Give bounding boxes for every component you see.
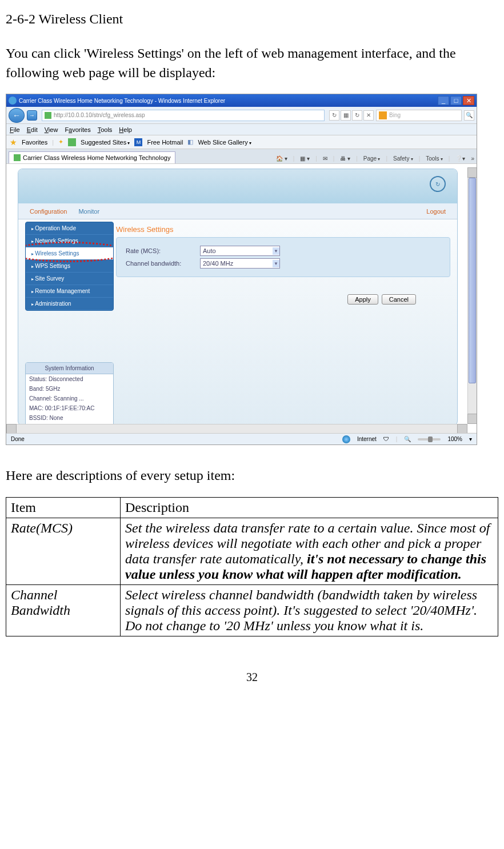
cancel-button[interactable]: Cancel	[382, 294, 416, 305]
page-menu[interactable]: Page	[363, 155, 381, 162]
favorites-star-icon[interactable]: ★	[10, 138, 17, 147]
internet-zone-icon	[342, 435, 350, 443]
status-done: Done	[11, 436, 25, 442]
tab-title: Carrier Class Wireless Home Networking T…	[23, 154, 170, 161]
slice-icon: ◧	[187, 138, 193, 146]
menu-tools[interactable]: Tools	[98, 126, 113, 133]
td-rate-item: Rate(MCS)	[6, 518, 121, 585]
hotmail-icon: M	[134, 138, 142, 146]
zoom-dropdown[interactable]: ▾	[469, 436, 472, 442]
minimize-button[interactable]: _	[438, 96, 449, 105]
menu-remote-management[interactable]: Remote Management	[26, 285, 113, 298]
app-nav-tabs: Configuration Monitor Logout	[18, 203, 457, 219]
menu-favorites[interactable]: Favorites	[65, 126, 90, 133]
free-hotmail[interactable]: Free Hotmail	[147, 139, 183, 146]
tab-monitor[interactable]: Monitor	[78, 208, 99, 215]
description-intro: Here are descriptions of every setup ite…	[6, 468, 498, 483]
sysinfo-mac: MAC: 00:1F:1F:EE:70:AC	[26, 403, 113, 413]
menu-wireless-settings[interactable]: Wireless Settings	[26, 247, 113, 260]
stop-button[interactable]: ✕	[363, 110, 374, 121]
banner: ↻	[18, 169, 457, 203]
zoom-label[interactable]: 100%	[447, 436, 462, 442]
logout-link[interactable]: Logout	[426, 208, 446, 215]
page-number: 32	[6, 671, 498, 684]
forward-button[interactable]: →	[27, 110, 37, 121]
bing-icon	[379, 111, 387, 119]
favorites-label[interactable]: Favorites	[22, 139, 47, 146]
scrollbar-thumb[interactable]	[469, 178, 476, 383]
main-panel: Wireless Settings Rate (MCS): Auto Chann…	[116, 222, 450, 426]
menu-administration[interactable]: Administration	[26, 298, 113, 310]
wireless-settings-header: Wireless Settings	[116, 222, 450, 237]
go-button[interactable]: ↻	[329, 110, 339, 121]
print-icon[interactable]: 🖶 ▾	[340, 155, 350, 162]
rate-label: Rate (MCS):	[126, 247, 200, 254]
window-title: Carrier Class Wireless Home Networking T…	[19, 98, 225, 104]
vertical-scrollbar[interactable]	[467, 167, 477, 424]
intro-paragraph: You can click 'Wireless Settings' on the…	[6, 44, 498, 82]
compat-button[interactable]: ▦	[341, 110, 351, 121]
rate-select[interactable]: Auto	[200, 246, 280, 256]
apply-button[interactable]: Apply	[347, 294, 378, 305]
section-title: 2-6-2 Wireless Client	[6, 11, 498, 27]
status-zone: Internet	[357, 436, 377, 442]
site-favicon	[45, 112, 51, 119]
zoom-icon[interactable]: 🔍	[404, 436, 411, 442]
maximize-button[interactable]: □	[450, 96, 462, 105]
feed-icon[interactable]: ▦ ▾	[300, 155, 310, 162]
banner-refresh-icon[interactable]: ↻	[430, 176, 446, 192]
browser-menubar: File Edit View Favorites Tools Help	[6, 124, 477, 135]
menu-help[interactable]: Help	[119, 126, 132, 133]
tab-row: Carrier Class Wireless Home Networking T…	[6, 149, 477, 164]
home-icon[interactable]: 🏠 ▾	[276, 155, 287, 162]
sysinfo-band: Band: 5GHz	[26, 384, 113, 394]
th-item: Item	[6, 498, 121, 518]
menu-wps-settings[interactable]: WPS Settings	[26, 260, 113, 273]
menu-view[interactable]: View	[45, 126, 58, 133]
search-button[interactable]: 🔍	[464, 110, 474, 121]
menu-edit[interactable]: Edit	[27, 126, 38, 133]
browser-screenshot: Carrier Class Wireless Home Networking T…	[6, 94, 477, 445]
ie-icon	[9, 97, 17, 105]
tools-menu[interactable]: Tools	[426, 155, 443, 162]
url-text: http://10.0.0.10/stn/cfg_wireless.asp	[54, 112, 145, 118]
bandwidth-label: Channel bandwidth:	[126, 260, 200, 267]
expand-icon[interactable]: »	[471, 155, 474, 162]
sidebar-menu: Operation Mode Network Settings Wireless…	[25, 222, 114, 311]
status-bar: Done Internet 🛡 | 🔍 100% ▾	[6, 433, 477, 444]
safety-menu[interactable]: Safety	[393, 155, 413, 162]
system-info-box: System Information Status: Disconnected …	[25, 362, 114, 426]
router-ui-panel: ↻ Configuration Monitor Logout Operation…	[18, 169, 458, 426]
menu-network-settings[interactable]: Network Settings	[26, 235, 113, 247]
refresh-button[interactable]: ↻	[352, 110, 362, 121]
search-box[interactable]: Bing	[376, 110, 462, 121]
tab-configuration[interactable]: Configuration	[30, 208, 67, 215]
suggested-icon	[68, 138, 76, 146]
address-bar[interactable]: http://10.0.0.10/stn/cfg_wireless.asp	[42, 110, 325, 121]
menu-file[interactable]: File	[10, 126, 20, 133]
horizontal-scrollbar[interactable]	[6, 424, 467, 433]
browser-navbar: ← → http://10.0.0.10/stn/cfg_wireless.as…	[6, 107, 477, 124]
sysinfo-status: Status: Disconnected	[26, 374, 113, 384]
active-tab[interactable]: Carrier Class Wireless Home Networking T…	[9, 151, 175, 163]
menu-site-survey[interactable]: Site Survey	[26, 273, 113, 285]
menu-operation-mode[interactable]: Operation Mode	[26, 222, 113, 235]
page-content: ↻ Configuration Monitor Logout Operation…	[6, 164, 477, 432]
td-bw-item: Channel Bandwidth	[6, 585, 121, 636]
bandwidth-select[interactable]: 20/40 MHz	[200, 258, 280, 269]
td-bw-desc: Select wireless channel bandwidth (bandw…	[121, 585, 498, 636]
zoom-slider[interactable]	[418, 438, 441, 440]
favorites-bar: ★ Favorites | ✦ Suggested Sites M Free H…	[6, 135, 477, 149]
sysinfo-header: System Information	[26, 363, 113, 374]
sysinfo-bssid: BSSID: None	[26, 413, 113, 423]
description-table: Item Description Rate(MCS) Set the wirel…	[6, 497, 498, 636]
close-button[interactable]: ✕	[463, 96, 474, 105]
suggested-sites[interactable]: Suggested Sites	[81, 139, 130, 146]
back-button[interactable]: ←	[9, 108, 25, 123]
window-titlebar: Carrier Class Wireless Home Networking T…	[6, 94, 477, 107]
help-icon[interactable]: ❔▾	[455, 155, 465, 162]
web-slice[interactable]: Web Slice Gallery	[198, 139, 251, 146]
mail-icon[interactable]: ✉	[323, 155, 327, 162]
search-provider: Bing	[389, 112, 401, 118]
sysinfo-channel: Channel: Scanning ...	[26, 394, 113, 403]
